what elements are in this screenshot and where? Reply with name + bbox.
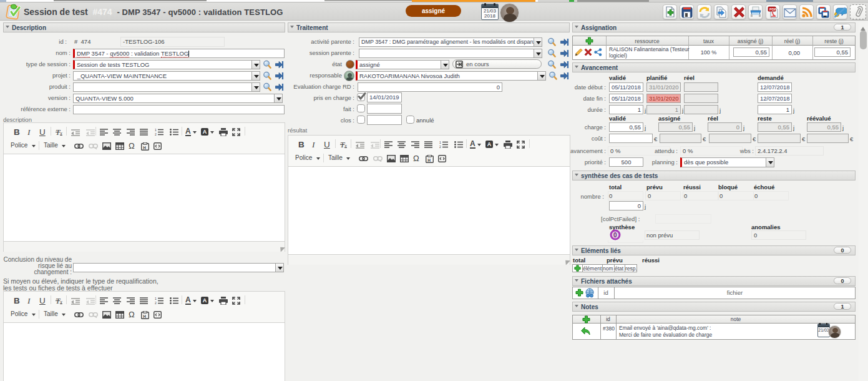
- svg-text:1: 1: [439, 141, 441, 144]
- svg-text:2: 2: [439, 145, 441, 148]
- svg-text:2: 2: [155, 132, 157, 136]
- svg-text:2: 2: [155, 301, 157, 304]
- svg-text:PDF: PDF: [769, 7, 777, 11]
- svg-text:1: 1: [155, 129, 157, 132]
- svg-text:1: 1: [155, 297, 157, 300]
- svg-text:H: H: [427, 158, 431, 162]
- svg-text:H: H: [143, 146, 146, 150]
- svg-text:H: H: [143, 314, 146, 319]
- svg-text:0: 0: [613, 232, 617, 239]
